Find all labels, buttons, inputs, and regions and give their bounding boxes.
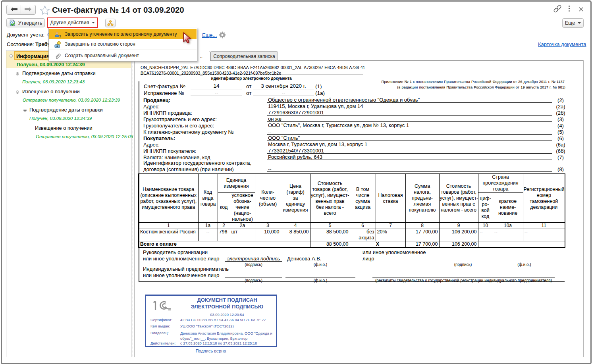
svg-text:?: ? — [59, 35, 62, 39]
